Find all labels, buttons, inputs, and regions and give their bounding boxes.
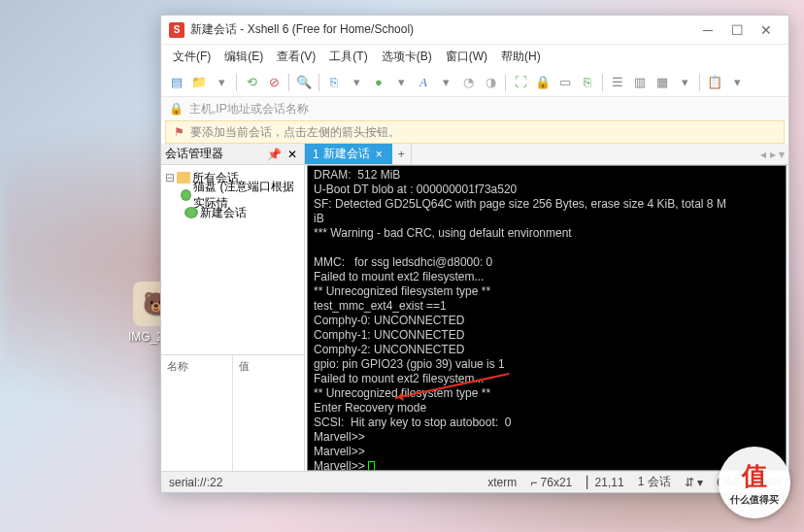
terminal-output: DRAM: 512 MiB U-Boot DT blob at : 000000… [314, 168, 726, 471]
tab-close-icon[interactable]: × [374, 148, 385, 161]
new-session-icon[interactable]: ▤ [167, 73, 186, 92]
session-manager-pane: 会话管理器 📌 ✕ ⊟ 所有会话 猫盘 (注意端口根据实际情 新建会话 [161, 144, 305, 471]
dropdown6-icon[interactable]: ▾ [727, 73, 747, 92]
window-title: 新建会话 - Xshell 6 (Free for Home/School) [190, 21, 693, 38]
cursor [368, 461, 375, 471]
status-size: ⌐ 76x21 [530, 476, 572, 489]
status-term: xterm [487, 476, 517, 489]
reconnect-icon[interactable]: ⟲ [242, 73, 261, 92]
folder-icon [177, 172, 190, 183]
tab-bar: 1 新建会话 × + ◂ ▸ ▾ [305, 144, 788, 165]
tile-v-icon[interactable]: ▥ [630, 73, 650, 92]
tool3-icon[interactable]: ▭ [555, 73, 575, 92]
menu-window[interactable]: 窗口(W) [440, 47, 493, 67]
watermark-logo: 值 [742, 459, 767, 493]
terminal[interactable]: DRAM: 512 MiB U-Boot DT blob at : 000000… [307, 165, 787, 471]
status-bar: serial://:22 xterm ⌐ 76x21 ⎢ 21,11 1 会话 … [161, 471, 788, 492]
tree-item-1[interactable]: 猫盘 (注意端口根据实际情 [165, 186, 300, 204]
pane-title: 会话管理器 [165, 146, 223, 162]
add-tab-button[interactable]: + [392, 144, 412, 164]
dropdown5-icon[interactable]: ▾ [675, 73, 694, 92]
app-icon: S [169, 22, 184, 38]
address-placeholder: 主机,IP地址或会话名称 [189, 101, 309, 117]
tip-text: 要添加当前会话，点击左侧的箭头按钮。 [190, 124, 400, 141]
session-icon [184, 207, 198, 218]
lock-icon[interactable]: 🔒 [533, 73, 553, 92]
dropdown3-icon[interactable]: ▾ [391, 73, 411, 92]
xftp-icon[interactable]: ⎘ [578, 73, 597, 92]
disconnect-icon[interactable]: ⊘ [264, 73, 284, 92]
flag-icon: ⚑ [174, 125, 184, 139]
prop-value-header: 值 [233, 355, 304, 471]
session-tree[interactable]: ⊟ 所有会话 猫盘 (注意端口根据实际情 新建会话 [161, 165, 304, 354]
menu-tools[interactable]: 工具(T) [323, 47, 373, 67]
tab-indicator: 1 [313, 148, 319, 161]
paste-icon[interactable]: ● [369, 73, 388, 92]
tool1-icon[interactable]: ◔ [458, 73, 478, 92]
status-net: ⇵ ▾ [685, 476, 703, 489]
tool2-icon[interactable]: ◑ [481, 73, 500, 92]
smzdm-watermark: 值 什么值得买 [719, 447, 790, 518]
tab-nav[interactable]: ◂ ▸ ▾ [756, 144, 788, 164]
close-button[interactable]: ✕ [752, 20, 781, 40]
status-conn: serial://:22 [169, 476, 222, 489]
status-sessions: 1 会话 [638, 474, 671, 490]
maximize-button[interactable]: ☐ [722, 20, 752, 40]
open-icon[interactable]: 📁 [189, 73, 209, 92]
session-manager-header: 会话管理器 📌 ✕ [161, 144, 304, 165]
search-icon[interactable]: 🔍 [294, 73, 314, 92]
prop-name-header: 名称 [161, 355, 233, 471]
toolbar: ▤ 📁 ▾ ⟲ ⊘ 🔍 ⎘ ▾ ● ▾ A ▾ ◔ ◑ ⛶ 🔒 ▭ ⎘ ☰ ▥ … [161, 68, 788, 97]
lock2-icon: 🔒 [169, 102, 184, 116]
tip-bar: ⚑ 要添加当前会话，点击左侧的箭头按钮。 [165, 120, 785, 144]
titlebar[interactable]: S 新建会话 - Xshell 6 (Free for Home/School)… [161, 16, 788, 45]
tile-h-icon[interactable]: ☰ [608, 73, 627, 92]
dropdown4-icon[interactable]: ▾ [436, 73, 455, 92]
session-icon [181, 189, 191, 201]
menu-edit[interactable]: 编辑(E) [218, 47, 269, 67]
tab-label: 新建会话 [323, 146, 370, 162]
watermark-text: 什么值得买 [730, 493, 779, 507]
tab-active[interactable]: 1 新建会话 × [305, 144, 392, 164]
menu-view[interactable]: 查看(V) [271, 47, 321, 67]
pin-icon[interactable]: 📌 [264, 148, 285, 161]
minimize-button[interactable]: ─ [693, 20, 722, 40]
menu-file[interactable]: 文件(F) [167, 47, 217, 67]
menu-help[interactable]: 帮助(H) [495, 47, 547, 67]
pane-close-icon[interactable]: ✕ [285, 148, 300, 161]
xshell-window: S 新建会话 - Xshell 6 (Free for Home/School)… [160, 15, 789, 493]
property-list: 名称 值 [161, 354, 304, 471]
copy-icon[interactable]: ⎘ [324, 73, 344, 92]
font-icon[interactable]: A [414, 73, 433, 92]
menu-tabs[interactable]: 选项卡(B) [376, 47, 438, 67]
address-bar[interactable]: 🔒 主机,IP地址或会话名称 [161, 97, 788, 120]
dropdown2-icon[interactable]: ▾ [347, 73, 366, 92]
expand-icon[interactable]: ⛶ [511, 73, 530, 92]
tree-item2-label: 新建会话 [200, 205, 247, 221]
status-pos: ⎢ 21,11 [586, 476, 623, 489]
script-icon[interactable]: 📋 [705, 73, 724, 92]
menubar: 文件(F) 编辑(E) 查看(V) 工具(T) 选项卡(B) 窗口(W) 帮助(… [161, 45, 788, 68]
cascade-icon[interactable]: ▦ [653, 73, 672, 92]
dropdown-icon[interactable]: ▾ [212, 73, 231, 92]
main-area: 1 新建会话 × + ◂ ▸ ▾ DRAM: 512 MiB U-Boot DT… [305, 144, 788, 471]
